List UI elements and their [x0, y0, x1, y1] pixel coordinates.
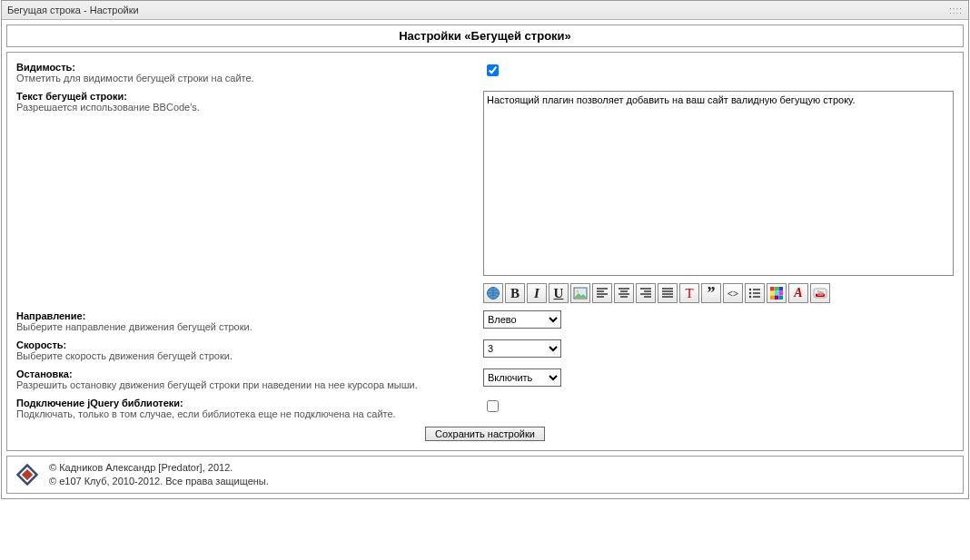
link-icon[interactable] [483, 283, 503, 303]
visibility-label: Видимость: [16, 62, 480, 73]
visibility-hint: Отметить для видимости бегущей строки на… [16, 73, 480, 84]
svg-rect-9 [770, 291, 775, 296]
footer-text: © Кадников Александр [Predator], 2012. ©… [49, 461, 269, 488]
font-clear-icon[interactable]: A [788, 283, 808, 303]
svg-rect-13 [775, 296, 779, 300]
footer-line-2: © e107 Клуб, 2010-2012. Все права защище… [49, 475, 269, 488]
svg-point-3 [749, 289, 751, 290]
quote-icon[interactable]: ” [701, 283, 721, 303]
svg-rect-8 [779, 287, 784, 291]
logo-icon [15, 462, 40, 487]
svg-rect-7 [775, 287, 779, 291]
align-left-icon[interactable] [592, 283, 612, 303]
titlebar: Бегущая строка - Настройки :::: [2, 1, 968, 20]
image-icon[interactable] [570, 283, 590, 303]
text-style-icon[interactable]: T [679, 283, 699, 303]
direction-hint: Выберите направление движения бегущей ст… [16, 321, 480, 332]
code-icon[interactable]: <> [723, 283, 743, 303]
underline-icon[interactable]: U [549, 283, 569, 303]
panel-heading: Настройки «Бегущей строки» [6, 25, 964, 47]
list-icon[interactable] [745, 283, 765, 303]
footer: © Кадников Александр [Predator], 2012. ©… [6, 456, 964, 494]
jquery-checkbox[interactable] [487, 400, 499, 412]
color-icon[interactable] [767, 283, 787, 303]
settings-panel: Видимость: Отметить для видимости бегуще… [6, 52, 964, 451]
svg-rect-12 [770, 296, 775, 300]
settings-form: Видимость: Отметить для видимости бегуще… [15, 58, 955, 445]
text-hint: Разрешается использование BBCode's. [16, 102, 480, 113]
align-right-icon[interactable] [636, 283, 656, 303]
svg-point-2 [577, 290, 579, 293]
pause-hint: Разрешить остановку движения бегущей стр… [16, 379, 480, 390]
speed-hint: Выберите скорость движения бегущей строк… [16, 350, 480, 361]
bold-icon[interactable]: B [505, 283, 525, 303]
svg-rect-11 [779, 291, 784, 296]
svg-rect-10 [775, 291, 779, 296]
pause-label: Остановка: [16, 368, 480, 379]
bbcode-toolbar: BIUT”<>AYouTube [483, 283, 954, 303]
footer-line-1: © Кадников Александр [Predator], 2012. [49, 461, 269, 475]
align-center-icon[interactable] [614, 283, 634, 303]
svg-point-5 [749, 296, 751, 298]
window: Бегущая строка - Настройки :::: Настройк… [1, 0, 969, 499]
marquee-text-input[interactable] [483, 91, 954, 276]
svg-rect-6 [770, 287, 775, 291]
content-area: Настройки «Бегущей строки» Видимость: От… [2, 20, 968, 498]
text-label: Текст бегущей строки: [16, 91, 480, 102]
window-title: Бегущая строка - Настройки [7, 5, 139, 15]
svg-rect-14 [779, 296, 784, 300]
svg-text:Tube: Tube [817, 293, 823, 297]
visibility-checkbox[interactable] [487, 64, 499, 76]
direction-select[interactable]: Влево [483, 310, 561, 329]
drag-handle-icon[interactable]: :::: [949, 5, 963, 15]
align-justify-icon[interactable] [658, 283, 678, 303]
direction-label: Направление: [16, 310, 480, 321]
speed-label: Скорость: [16, 339, 480, 350]
youtube-icon[interactable]: YouTube [810, 283, 830, 303]
speed-select[interactable]: 3 [483, 339, 561, 358]
jquery-label: Подключение jQuery библиотеки: [16, 398, 480, 408]
svg-point-4 [749, 292, 751, 294]
pause-select[interactable]: Включить [483, 368, 561, 387]
jquery-hint: Подключать, только в том случае, если би… [16, 408, 480, 419]
italic-icon[interactable]: I [527, 283, 547, 303]
save-button[interactable]: Сохранить настройки [425, 427, 545, 441]
